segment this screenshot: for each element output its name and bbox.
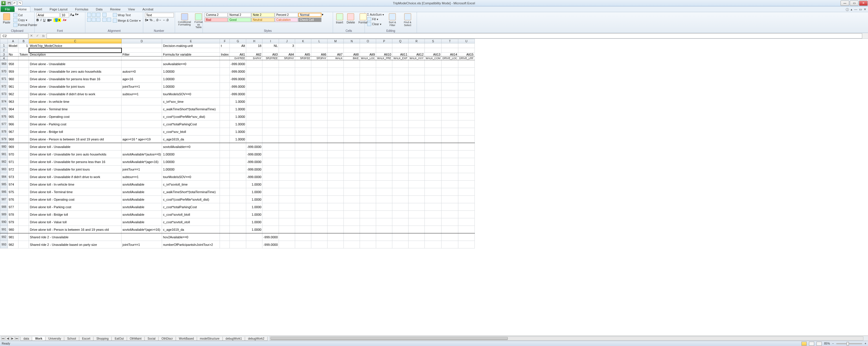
- formula-input[interactable]: [46, 33, 862, 38]
- style-comma2[interactable]: Comma 2: [205, 13, 228, 17]
- group-editing-label: Editing: [365, 29, 416, 32]
- find-select-button[interactable]: Find & Select: [400, 13, 415, 27]
- redo-icon[interactable]: ↷: [18, 1, 22, 5]
- brush-icon: [13, 23, 18, 27]
- shrink-font-icon[interactable]: A▾: [75, 13, 79, 18]
- group-alignment-label: Alignment: [85, 29, 143, 32]
- cancel-formula-icon[interactable]: ✕: [28, 34, 34, 38]
- tab-file[interactable]: File: [1, 6, 14, 12]
- insert-icon: [336, 13, 343, 20]
- sort-filter-button[interactable]: Sort & Filter: [386, 13, 399, 27]
- save-icon[interactable]: 💾: [7, 1, 11, 5]
- close-button[interactable]: ✕: [859, 1, 868, 6]
- style-normal2[interactable]: Normal 2: [228, 13, 251, 17]
- maximize-button[interactable]: ▭: [850, 1, 859, 6]
- clear-icon: [367, 22, 371, 26]
- workbook-min-icon[interactable]: —: [854, 7, 857, 12]
- copy-button[interactable]: Copy ▾: [13, 18, 38, 22]
- underline-button[interactable]: U: [43, 18, 45, 22]
- group-number-label: Number: [143, 29, 175, 32]
- comma-button[interactable]: ,: [154, 18, 155, 22]
- wrap-icon: [113, 13, 117, 17]
- wrap-text-button[interactable]: Wrap Text: [112, 13, 141, 18]
- percent-button[interactable]: %: [150, 18, 153, 22]
- style-percent2[interactable]: Percent 2: [275, 13, 298, 17]
- find-icon: [404, 13, 411, 20]
- scissors-icon: [13, 13, 18, 17]
- align-bot-icon[interactable]: [96, 13, 100, 17]
- copy-icon: [13, 18, 18, 22]
- conditional-formatting-button[interactable]: Conditional Formatting: [177, 13, 192, 27]
- style-normal[interactable]: Normal: [298, 13, 321, 17]
- enter-formula-icon[interactable]: ✓: [34, 34, 40, 38]
- style-good[interactable]: Good: [228, 18, 251, 22]
- workbook-close-icon[interactable]: ✕: [864, 7, 866, 12]
- inc-decimal-button[interactable]: .0→: [156, 18, 161, 22]
- format-as-table-button[interactable]: Format as Table: [193, 13, 204, 29]
- ribbon: Paste Cut Copy ▾ Format Painter Clipboar…: [0, 12, 868, 33]
- formula-bar: C2 ✕ ✓ fx: [0, 33, 868, 39]
- align-left-icon[interactable]: [87, 18, 91, 22]
- border-button[interactable]: ▦▾: [47, 18, 52, 22]
- style-bad[interactable]: Bad: [205, 18, 228, 22]
- workbook-max-icon[interactable]: ▭: [859, 7, 862, 12]
- fill-icon: [367, 17, 371, 21]
- tab-formulas[interactable]: Formulas: [71, 6, 92, 12]
- delete-cells-button[interactable]: Delete: [345, 13, 356, 25]
- tab-view[interactable]: View: [124, 6, 139, 12]
- align-mid-icon[interactable]: [92, 13, 96, 17]
- cut-button[interactable]: Cut: [13, 13, 38, 18]
- bold-button[interactable]: B: [36, 18, 39, 22]
- tab-review[interactable]: Review: [106, 6, 124, 12]
- excel-icon[interactable]: X: [1, 1, 6, 5]
- dec-decimal-button[interactable]: ←.0: [163, 18, 168, 22]
- undo-icon[interactable]: ↶: [12, 1, 17, 5]
- style-calculation[interactable]: Calculation: [275, 18, 298, 22]
- format-painter-button[interactable]: Format Painter: [13, 23, 38, 27]
- table-icon: [195, 13, 202, 20]
- tab-insert[interactable]: Insert: [30, 6, 46, 12]
- style-neutral[interactable]: Neutral: [251, 18, 275, 22]
- tab-acrobat[interactable]: Acrobat: [138, 6, 157, 12]
- tab-pagelayout[interactable]: Page Layout: [46, 6, 71, 12]
- paste-icon: [3, 13, 10, 20]
- style-checkcell[interactable]: Check Cell: [298, 18, 321, 22]
- font-color-button[interactable]: A▾: [63, 18, 66, 22]
- paste-button[interactable]: Paste: [2, 13, 11, 25]
- tab-home[interactable]: Home: [14, 6, 30, 12]
- align-center-icon[interactable]: [92, 18, 96, 22]
- fill-button[interactable]: Fill ▾: [367, 17, 384, 22]
- help-icon[interactable]: ⓘ: [846, 7, 849, 12]
- tab-data[interactable]: Data: [92, 6, 106, 12]
- indent-inc-icon[interactable]: [107, 18, 111, 22]
- align-top-icon[interactable]: [87, 13, 91, 17]
- fx-icon[interactable]: fx: [40, 34, 46, 38]
- group-cells-label: Cells: [333, 29, 365, 32]
- title-bar: X 💾 ↶ ↷ TripModeChoice.xls [Compatibilit…: [0, 0, 868, 6]
- number-format-select[interactable]: Text: [145, 13, 174, 18]
- autosum-button[interactable]: Σ AutoSum ▾: [367, 13, 384, 17]
- font-name-select[interactable]: Arial: [36, 13, 60, 18]
- font-size-select[interactable]: 10: [60, 13, 69, 18]
- style-note2[interactable]: Note 2: [251, 13, 275, 17]
- minimize-ribbon-icon[interactable]: ▴: [850, 7, 852, 12]
- group-clipboard-label: Clipboard: [0, 29, 34, 32]
- align-right-icon[interactable]: [96, 18, 100, 22]
- fill-color-button[interactable]: 🪣▾: [54, 18, 61, 22]
- delete-icon: [347, 13, 354, 20]
- merge-center-button[interactable]: Merge & Center ▾: [112, 18, 141, 23]
- orientation-icon[interactable]: [102, 13, 106, 17]
- group-font-label: Font: [35, 29, 85, 32]
- indent-dec-icon[interactable]: [102, 18, 106, 22]
- name-box[interactable]: C2: [1, 33, 28, 38]
- grow-font-icon[interactable]: A▴: [70, 13, 74, 18]
- merge-icon: [113, 19, 117, 23]
- insert-cells-button[interactable]: Insert: [335, 13, 344, 25]
- italic-button[interactable]: I: [40, 18, 41, 22]
- minimize-button[interactable]: —: [840, 1, 849, 6]
- styles-more-icon[interactable]: ▾: [322, 13, 323, 17]
- clear-button[interactable]: Clear ▾: [367, 22, 384, 26]
- currency-button[interactable]: $▾: [145, 18, 148, 22]
- ribbon-tabstrip: File Home Insert Page Layout Formulas Da…: [0, 6, 868, 12]
- cond-fmt-icon: [181, 13, 188, 20]
